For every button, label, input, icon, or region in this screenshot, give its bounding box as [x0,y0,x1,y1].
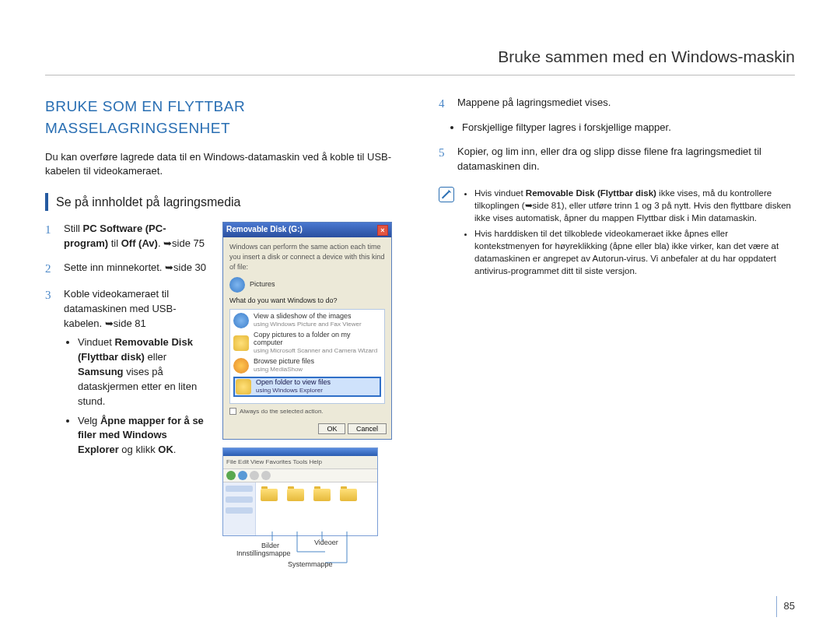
pictures-icon [229,277,245,293]
browse-pictures-icon [233,358,249,374]
step-4-body: Mappene på lagringsmediet vises. [457,96,795,113]
dialog-options-list[interactable]: View a slideshow of the imagesusing Wind… [229,309,385,404]
step-3-body: Koble videokameraet til datamaskinen med… [64,287,208,462]
explorer-window: File Edit View Favorites Tools Help [222,447,378,536]
note-item-1: Hvis vinduet Removable Disk (Flyttbar di… [474,187,795,224]
folder-icon [287,489,304,529]
close-icon[interactable]: × [377,225,388,236]
running-header: Bruke sammen med en Windows-maskin [45,45,795,75]
step-number-3: 3 [45,287,56,462]
step-1-body: Still PC Software (PC-program) til Off (… [64,222,208,251]
copy-pictures-icon [233,335,249,351]
folder-icon [340,489,357,529]
explorer-folder-pane [256,482,377,535]
dialog-line1: Windows can perform the same action each… [229,242,385,272]
step-2-body: Sette inn minnekortet. ➥side 30 [64,261,208,278]
step-number-1: 1 [45,222,56,251]
dialog-title-text: Removable Disk (G:) [226,224,303,236]
section-title: BRUKE SOM EN FLYTTBAR MASSELAGRINGSENHET [45,96,411,139]
removable-disk-dialog: Removable Disk (G:) × Windows can perfor… [222,222,392,440]
step-5-body: Kopier, og lim inn, eller dra og slipp d… [457,145,795,174]
slideshow-icon [233,313,249,328]
note-icon [439,187,454,202]
step-number-2: 2 [45,261,56,278]
step-3-bullet-2: Velg Åpne mapper for å se filer med Wind… [78,414,208,458]
intro-text: Du kan overføre lagrede data til en Wind… [45,150,411,180]
folder-icon [313,489,331,529]
step-number-5: 5 [439,145,450,174]
note-list: Hvis vinduet Removable Disk (Flyttbar di… [462,187,795,281]
note-item-2: Hvis harddisken til det tilkoblede video… [474,227,795,277]
step-3-bullet-1: Vinduet Removable Disk (Flyttbar disk) e… [78,335,208,409]
explorer-toolbar [223,469,377,482]
subheading: Se på innholdet på lagringsmedia [45,193,411,211]
dialog-prompt: What do you want Windows to do? [229,296,385,306]
always-do-checkbox[interactable]: Always do the selected action. [229,407,385,416]
callout-labels: Bilder Videoer Innstillingsmappe Systemm… [222,531,411,578]
ok-button[interactable]: OK [318,423,345,434]
step-4-bullet: Forskjellige filtyper lagres i forskjell… [462,121,795,135]
explorer-sidebar [223,482,256,535]
page-number: 85 [776,599,795,614]
step-number-4: 4 [439,96,450,113]
cancel-button[interactable]: Cancel [348,423,387,434]
open-folder-icon [236,379,251,395]
explorer-menu: File Edit View Favorites Tools Help [223,456,377,469]
folder-icon [261,489,278,529]
pictures-label: Pictures [250,281,385,289]
